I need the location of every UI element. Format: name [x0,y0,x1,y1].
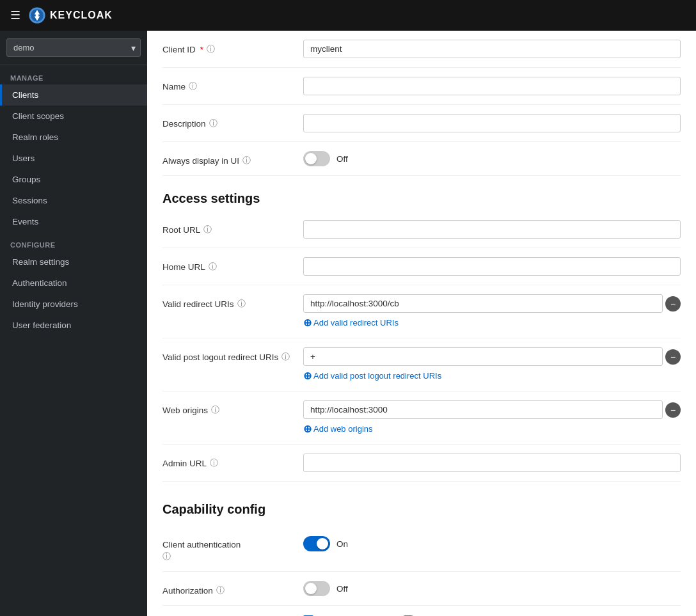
root-url-control [303,220,681,239]
name-input[interactable] [303,77,681,95]
add-redirect-plus-icon: ⊕ [303,317,312,329]
valid-post-logout-control: − ⊕ Add valid post logout redirect URIs [303,347,681,382]
capability-config-title: Capability config [162,482,681,527]
valid-post-logout-remove-button[interactable]: − [665,349,681,365]
always-display-control: Off [303,151,681,166]
always-display-state: Off [336,154,348,164]
brand-name: KEYCLOAK [50,10,113,21]
sidebar-item-realm-settings[interactable]: Realm settings [0,251,147,272]
web-origins-help-icon[interactable]: ⓘ [211,404,219,416]
web-origins-control: − ⊕ Add web origins [303,400,681,435]
always-display-row: Always display in UI ⓘ Off [162,142,681,176]
valid-redirect-input-row: − [303,294,681,313]
svg-rect-4 [36,14,38,17]
valid-redirect-row: Valid redirect URIs ⓘ − ⊕ Add valid redi… [162,285,681,338]
sidebar: demo Manage Clients Client scopes Realm … [0,31,147,616]
realm-select[interactable]: demo [6,38,141,57]
valid-redirect-control: − ⊕ Add valid redirect URIs [303,294,681,329]
admin-url-input[interactable] [303,454,681,472]
client-auth-state: On [336,539,348,549]
home-url-row: Home URL ⓘ [162,248,681,285]
always-display-toggle[interactable] [303,151,330,166]
root-url-row: Root URL ⓘ [162,211,681,248]
add-redirect-link[interactable]: ⊕ Add valid redirect URIs [303,317,681,329]
home-url-label: Home URL ⓘ [162,257,303,272]
add-web-origins-link[interactable]: ⊕ Add web origins [303,423,681,435]
client-auth-label: Client authentication ⓘ [162,536,303,562]
admin-url-control [303,454,681,472]
root-url-input[interactable] [303,220,681,239]
auth-flow-row: Authentication flow Standard flow ⓘ Dire… [162,606,681,616]
description-help-icon[interactable]: ⓘ [209,118,217,129]
admin-url-row: Admin URL ⓘ [162,445,681,482]
authorization-row: Authorization ⓘ Off [162,572,681,606]
authorization-label: Authorization ⓘ [162,581,303,596]
client-auth-toggle[interactable] [303,536,330,551]
web-origins-input-row: − [303,400,681,419]
always-display-label: Always display in UI ⓘ [162,151,303,166]
sidebar-item-groups[interactable]: Groups [0,169,147,190]
web-origins-row: Web origins ⓘ − ⊕ Add web origins [162,391,681,445]
sidebar-item-authentication[interactable]: Authentication [0,272,147,294]
client-auth-help-icon[interactable]: ⓘ [162,551,171,562]
home-url-help-icon[interactable]: ⓘ [209,261,217,272]
client-id-row: Client ID * ⓘ [162,31,681,68]
sidebar-item-events[interactable]: Events [0,211,147,232]
client-auth-row: Client authentication ⓘ On [162,527,681,572]
home-url-input[interactable] [303,257,681,276]
valid-post-logout-input-row: − [303,347,681,366]
name-row: Name ⓘ [162,68,681,105]
web-origins-label: Web origins ⓘ [162,400,303,416]
authorization-state: Off [336,584,348,594]
web-origins-input[interactable] [303,400,663,419]
access-settings-title: Access settings [162,176,681,211]
description-input[interactable] [303,114,681,132]
add-post-logout-plus-icon: ⊕ [303,370,312,382]
valid-post-logout-label: Valid post logout redirect URIs ⓘ [162,347,303,363]
valid-redirect-label: Valid redirect URIs ⓘ [162,294,303,310]
valid-redirect-input[interactable] [303,294,663,313]
realm-selector[interactable]: demo [0,31,147,65]
sidebar-item-users[interactable]: Users [0,148,147,169]
required-star: * [200,45,203,54]
client-id-help-icon[interactable]: ⓘ [207,43,215,55]
client-id-label: Client ID * ⓘ [162,40,303,55]
valid-redirect-help-icon[interactable]: ⓘ [237,298,246,310]
content-area: Client ID * ⓘ Name ⓘ Description ⓘ [147,31,696,616]
main-layout: demo Manage Clients Client scopes Realm … [0,31,696,616]
admin-url-label: Admin URL ⓘ [162,454,303,469]
sidebar-item-realm-roles[interactable]: Realm roles [0,127,147,148]
description-control [303,114,681,132]
sidebar-item-user-federation[interactable]: User federation [0,315,147,336]
sidebar-item-client-scopes[interactable]: Client scopes [0,106,147,127]
root-url-help-icon[interactable]: ⓘ [203,224,212,235]
configure-section-label: Configure [0,232,147,251]
add-web-origins-plus-icon: ⊕ [303,423,312,435]
client-auth-control: On [303,536,681,551]
authorization-help-icon[interactable]: ⓘ [216,585,225,596]
always-display-help-icon[interactable]: ⓘ [242,155,251,166]
sidebar-item-identity-providers[interactable]: Identity providers [0,294,147,315]
valid-post-logout-row: Valid post logout redirect URIs ⓘ − ⊕ Ad… [162,338,681,391]
root-url-label: Root URL ⓘ [162,220,303,235]
home-url-control [303,257,681,276]
add-post-logout-link[interactable]: ⊕ Add valid post logout redirect URIs [303,370,681,382]
sidebar-item-clients[interactable]: Clients [0,84,147,106]
description-label: Description ⓘ [162,114,303,129]
valid-redirect-remove-button[interactable]: − [665,296,681,312]
valid-post-logout-input[interactable] [303,347,663,366]
hamburger-menu-icon[interactable]: ☰ [10,8,20,22]
sidebar-item-sessions[interactable]: Sessions [0,190,147,211]
topnav: ☰ KEYCLOAK [0,0,696,31]
client-id-input[interactable] [303,40,681,58]
name-control [303,77,681,95]
name-help-icon[interactable]: ⓘ [189,81,197,92]
admin-url-help-icon[interactable]: ⓘ [210,457,218,469]
valid-post-logout-help-icon[interactable]: ⓘ [281,351,290,363]
authorization-toggle[interactable] [303,581,330,596]
description-row: Description ⓘ [162,105,681,142]
web-origins-remove-button[interactable]: − [665,402,681,418]
manage-section-label: Manage [0,65,147,84]
authorization-control: Off [303,581,681,596]
topnav-logo: KEYCLOAK [28,6,113,24]
